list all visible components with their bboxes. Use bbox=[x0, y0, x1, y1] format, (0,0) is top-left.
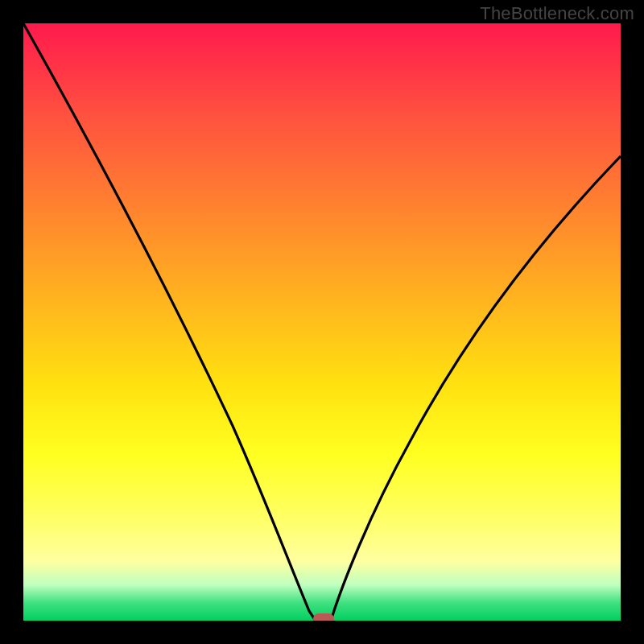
watermark-text: TheBottleneck.com bbox=[480, 3, 634, 24]
chart-svg bbox=[23, 23, 621, 621]
minimum-marker bbox=[313, 613, 334, 621]
chart-frame: TheBottleneck.com bbox=[0, 0, 644, 644]
bottleneck-curve-line bbox=[23, 23, 621, 621]
